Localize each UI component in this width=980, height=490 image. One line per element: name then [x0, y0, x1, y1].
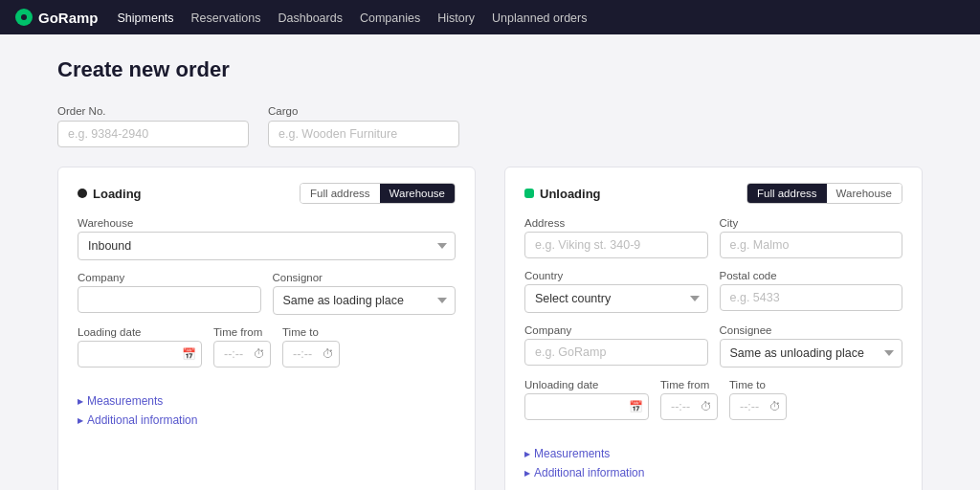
loading-warehouse-field: Warehouse Inbound: [78, 217, 456, 260]
unloading-date-row: Unloading date 2022-06-29 📅 Time from ⏱ …: [524, 379, 902, 420]
loading-warehouse-label: Warehouse: [78, 217, 456, 229]
unloading-postal-field: Postal code: [720, 270, 903, 313]
loading-company-field: Company Test Shipper Company: [78, 272, 261, 315]
unloading-date-input[interactable]: 2022-06-29: [524, 393, 649, 420]
loading-consignor-field: Consignor Same as loading place: [273, 272, 457, 315]
unloading-company-input[interactable]: [524, 339, 708, 366]
unloading-time-to-field: Time to ⏱: [729, 379, 787, 420]
unloading-address-label: Address: [524, 217, 708, 229]
unloading-city-label: City: [720, 217, 903, 229]
order-columns: Loading Full address Warehouse Warehouse…: [57, 167, 923, 490]
nav-link-unplanned[interactable]: Unplanned orders: [492, 11, 587, 25]
order-no-group: Order No.: [57, 105, 249, 147]
unloading-country-select[interactable]: Select country: [524, 284, 708, 313]
loading-time-to-input[interactable]: [282, 341, 340, 368]
unloading-header: Unloading Full address Warehouse: [524, 183, 902, 204]
unloading-time-from-input[interactable]: [660, 393, 718, 420]
cargo-input[interactable]: [268, 121, 459, 147]
unloading-postal-label: Postal code: [720, 270, 903, 281]
nav-item-reservations[interactable]: Reservations: [191, 11, 261, 25]
nav-link-shipments[interactable]: Shipments: [118, 11, 174, 25]
logo-text: GoRamp: [38, 10, 99, 26]
loading-full-address-btn[interactable]: Full address: [301, 184, 380, 203]
unloading-address-input[interactable]: [524, 232, 708, 258]
loading-date-field: Loading date 2022-06-29 📅: [78, 326, 202, 368]
unloading-date-field: Unloading date 2022-06-29 📅: [524, 379, 649, 420]
unloading-time-to-label: Time to: [729, 379, 787, 390]
loading-date-row: Loading date 2022-06-29 📅 Time from ⏱ Ti…: [78, 326, 456, 368]
unloading-measurements-link[interactable]: Measurements: [524, 447, 902, 460]
loading-time-to-wrap: ⏱: [282, 341, 340, 368]
unloading-consignee-select[interactable]: Same as unloading place: [720, 339, 903, 368]
unloading-company-row: Company Consignee Same as unloading plac…: [524, 324, 902, 368]
loading-time-from-label: Time from: [213, 326, 271, 338]
unloading-toggle-group: Full address Warehouse: [746, 183, 902, 204]
loading-header: Loading Full address Warehouse: [78, 183, 456, 204]
unloading-date-wrap: 2022-06-29 📅: [524, 393, 649, 420]
unloading-title: Unloading: [524, 187, 601, 201]
loading-time-from-wrap: ⏱: [213, 341, 271, 368]
unloading-warehouse-btn[interactable]: Warehouse: [827, 184, 902, 203]
loading-additional-link[interactable]: Additional information: [78, 413, 456, 427]
unloading-time-from-field: Time from ⏱: [660, 379, 718, 420]
unloading-time-to-input[interactable]: [729, 393, 787, 420]
logo-icon: [15, 9, 33, 26]
loading-date-wrap: 2022-06-29 📅: [78, 341, 202, 368]
nav-links: Shipments Reservations Dashboards Compan…: [118, 11, 588, 25]
unloading-country-field: Country Select country: [524, 270, 708, 313]
unloading-city-input[interactable]: [720, 232, 903, 258]
loading-date-input[interactable]: 2022-06-29: [78, 341, 202, 368]
loading-toggle-group: Full address Warehouse: [300, 183, 456, 204]
top-fields-row: Order No. Cargo: [57, 105, 923, 147]
nav-link-dashboards[interactable]: Dashboards: [278, 11, 343, 25]
loading-time-from-field: Time from ⏱: [213, 326, 271, 368]
loading-time-to-field: Time to ⏱: [282, 326, 340, 368]
nav-item-history[interactable]: History: [437, 11, 475, 25]
unloading-company-field: Company: [524, 324, 708, 368]
loading-date-label: Loading date: [78, 326, 202, 338]
nav-link-companies[interactable]: Companies: [360, 11, 420, 25]
logo[interactable]: GoRamp: [15, 9, 99, 26]
nav-item-shipments[interactable]: Shipments: [118, 11, 174, 25]
order-no-label: Order No.: [57, 105, 249, 117]
loading-warehouse-btn[interactable]: Warehouse: [380, 184, 455, 203]
loading-time-to-label: Time to: [282, 326, 340, 338]
nav-link-history[interactable]: History: [437, 11, 475, 25]
cargo-group: Cargo: [268, 105, 459, 147]
loading-measurements-link[interactable]: Measurements: [78, 394, 456, 408]
unloading-full-address-btn[interactable]: Full address: [747, 184, 827, 203]
loading-company-input[interactable]: Test Shipper Company: [78, 286, 261, 313]
loading-dot-icon: [78, 189, 87, 198]
unloading-address-row: Address City: [524, 217, 902, 258]
unloading-time-from-label: Time from: [660, 379, 718, 390]
loading-time-from-input[interactable]: [213, 341, 271, 368]
unloading-consignee-label: Consignee: [720, 324, 903, 336]
nav-link-reservations[interactable]: Reservations: [191, 11, 261, 25]
unloading-company-label: Company: [524, 324, 708, 336]
navbar: GoRamp Shipments Reservations Dashboards…: [0, 0, 980, 34]
loading-company-label: Company: [78, 272, 261, 283]
unloading-country-label: Country: [524, 270, 708, 281]
unloading-consignee-field: Consignee Same as unloading place: [720, 324, 903, 368]
unloading-dot-icon: [524, 189, 534, 198]
loading-title-text: Loading: [93, 187, 142, 201]
order-no-input[interactable]: [57, 121, 249, 147]
unloading-address-field: Address: [524, 217, 708, 258]
unloading-time-from-wrap: ⏱: [660, 393, 718, 420]
unloading-column: Unloading Full address Warehouse Address…: [504, 167, 923, 490]
loading-warehouse-select[interactable]: Inbound: [78, 232, 456, 260]
loading-consignor-select[interactable]: Same as loading place: [273, 286, 457, 315]
unloading-city-field: City: [720, 217, 903, 258]
unloading-title-text: Unloading: [540, 187, 601, 201]
nav-item-companies[interactable]: Companies: [360, 11, 420, 25]
nav-item-unplanned[interactable]: Unplanned orders: [492, 11, 587, 25]
unloading-additional-link[interactable]: Additional information: [524, 466, 902, 479]
loading-consignor-label: Consignor: [273, 272, 457, 283]
unloading-time-to-wrap: ⏱: [729, 393, 787, 420]
nav-item-dashboards[interactable]: Dashboards: [278, 11, 343, 25]
unloading-country-row: Country Select country Postal code: [524, 270, 902, 313]
unloading-date-label: Unloading date: [524, 379, 649, 390]
page-title: Create new order: [57, 57, 923, 82]
unloading-postal-input[interactable]: [720, 284, 903, 311]
loading-title: Loading: [78, 187, 142, 201]
